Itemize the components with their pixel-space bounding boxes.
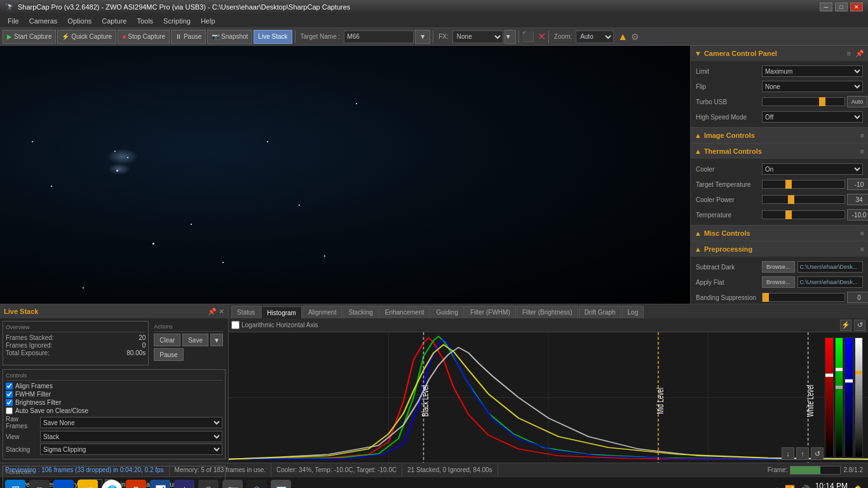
hist-bottom-btn3[interactable]: ↺ — [811, 447, 824, 460]
app7-icon[interactable]: 📧 — [271, 480, 291, 489]
notification-icon[interactable]: 🔔 — [853, 485, 863, 488]
volume-icon[interactable]: 🔊 — [800, 485, 810, 488]
record-icon[interactable]: ⬛ — [522, 30, 534, 43]
hist-bottom-btn1[interactable]: ↓ — [782, 447, 794, 460]
app3-icon[interactable]: ★ — [174, 480, 194, 489]
turbo-usb-slider[interactable] — [762, 97, 845, 106]
start-capture-button[interactable]: ▶ ▶ Start CaptureStart Capture — [3, 30, 56, 44]
close-button[interactable]: ✕ — [850, 3, 863, 11]
stop-record-icon[interactable]: ✕ — [538, 30, 546, 43]
tab-stacking[interactable]: Stacking — [342, 306, 378, 318]
live-stack-button[interactable]: Live Stack — [254, 30, 292, 44]
clock[interactable]: 10:14 PM 5/7/2021 — [815, 482, 848, 488]
temperature-slider[interactable] — [762, 210, 845, 219]
target-dropdown[interactable]: ▼ — [415, 30, 430, 44]
frame-value: 2.8/1.2 — [843, 466, 863, 473]
tab-filter-brightness[interactable]: Filter (Brightness) — [517, 306, 578, 318]
hist-lightning-btn[interactable]: ⚡ — [840, 320, 851, 331]
blue-bar-handle[interactable] — [845, 379, 853, 383]
chrome-icon[interactable]: 🌐 — [102, 480, 122, 489]
image-controls-header[interactable]: ▲ Image Controls ≡ — [691, 128, 868, 143]
maximize-button[interactable]: □ — [835, 3, 848, 11]
app1-icon[interactable]: S — [126, 480, 146, 489]
tab-filter-fwhm[interactable]: Filter (FWHM) — [465, 306, 516, 318]
fwhm-filter-checkbox[interactable] — [6, 391, 13, 398]
clear-button[interactable]: Clear — [154, 334, 180, 346]
preprocessing-menu[interactable]: ≡ — [860, 245, 864, 253]
camera-pin-icon[interactable]: 📌 — [855, 50, 864, 58]
pause-button[interactable]: ⏸ Pause — [171, 30, 206, 44]
auto-save-checkbox[interactable] — [6, 407, 13, 414]
green-bar-handle[interactable] — [836, 368, 843, 371]
fx-options[interactable]: ▼ — [505, 30, 516, 44]
menu-cameras[interactable]: Cameras — [24, 16, 63, 26]
green-bar-handle-2[interactable] — [836, 386, 843, 389]
hist-reset-btn[interactable]: ↺ — [854, 320, 865, 331]
settings-icon[interactable]: ⚙ — [631, 32, 639, 42]
target-name-input[interactable] — [344, 30, 414, 43]
start-menu-icon[interactable]: ⊞ — [5, 480, 25, 489]
menu-options[interactable]: Options — [62, 16, 97, 26]
misc-menu[interactable]: ≡ — [860, 229, 864, 237]
red-bar-handle[interactable] — [825, 374, 833, 377]
image-controls-menu[interactable]: ≡ — [860, 132, 864, 139]
app5-icon[interactable]: 📷 — [222, 480, 243, 489]
stop-capture-button[interactable]: ■ Stop Capture — [118, 30, 170, 44]
titlebar-controls[interactable]: ─ □ ✕ — [820, 3, 863, 11]
app6-icon[interactable]: ⬡ — [247, 480, 267, 489]
snapshot-button[interactable]: 📷 📷 SnapshotSnapshot — [207, 30, 252, 44]
subtract-dark-browse[interactable]: Browse... — [762, 261, 795, 273]
white-bar-handle[interactable] — [855, 371, 863, 374]
menu-help[interactable]: Help — [196, 16, 220, 26]
stacking-select[interactable]: Sigma Clipping — [40, 444, 222, 455]
tab-drift-graph[interactable]: Drift Graph — [579, 306, 621, 318]
limit-select[interactable]: Maximum — [762, 65, 863, 77]
app4-icon[interactable]: S — [198, 480, 219, 489]
tab-guiding[interactable]: Guiding — [430, 306, 463, 318]
zoom-select[interactable]: Auto — [576, 30, 614, 43]
white-bar-handle-2[interactable] — [855, 391, 863, 395]
tab-status[interactable]: Status — [231, 306, 261, 318]
log-axis-checkbox[interactable] — [231, 321, 240, 329]
task-view-icon[interactable]: ⊟ — [29, 480, 50, 489]
cooler-power-slider[interactable] — [762, 195, 845, 204]
apply-flat-browse[interactable]: Browse... — [762, 276, 795, 288]
misc-controls-header[interactable]: ▲ Misc Controls ≡ — [691, 226, 868, 241]
save-dropdown[interactable]: ▼ — [210, 334, 223, 346]
brightness-filter-checkbox[interactable] — [6, 399, 13, 406]
camera-menu-icon[interactable]: ≡ — [847, 50, 851, 57]
target-temp-slider[interactable] — [762, 180, 845, 189]
raw-frames-select[interactable]: Save None — [40, 417, 222, 428]
edge-icon[interactable]: e — [53, 480, 74, 489]
flip-select[interactable]: None — [762, 81, 863, 92]
menu-tools[interactable]: Tools — [132, 16, 158, 26]
view-select[interactable]: Stack — [40, 431, 222, 442]
quick-capture-button[interactable]: ⚡ Quick Capture — [57, 30, 116, 44]
minimize-button[interactable]: ─ — [820, 3, 832, 11]
tab-histogram[interactable]: Histogram — [261, 306, 302, 319]
menu-capture[interactable]: Capture — [97, 16, 132, 26]
save-button[interactable]: Save — [182, 334, 208, 346]
align-frames-checkbox[interactable] — [6, 383, 13, 390]
app2-icon[interactable]: 📊 — [150, 480, 170, 489]
menu-file[interactable]: File — [3, 16, 24, 26]
tab-alignment[interactable]: Alignment — [302, 306, 342, 318]
live-stack-pin[interactable]: 📌 — [208, 308, 217, 316]
fx-select[interactable]: None — [452, 30, 503, 43]
tab-enhancement[interactable]: Enhancement — [379, 306, 430, 318]
banding-suppression-slider[interactable] — [762, 293, 845, 302]
hist-bottom-btn2[interactable]: ↑ — [796, 447, 809, 460]
high-speed-select[interactable]: Off — [762, 111, 863, 123]
network-icon[interactable]: 📶 — [785, 485, 795, 488]
live-stack-close[interactable]: ✕ — [219, 308, 224, 316]
menu-scripting[interactable]: Scripting — [158, 16, 196, 26]
thermal-menu[interactable]: ≡ — [860, 147, 864, 155]
taskbar-chevron[interactable]: ∧ — [775, 485, 780, 488]
file-explorer-icon[interactable]: 📁 — [78, 480, 98, 489]
pause-stack-button[interactable]: Pause — [154, 348, 183, 361]
thermal-controls-header[interactable]: ▲ Thermal Controls ≡ — [691, 144, 868, 159]
tab-log[interactable]: Log — [622, 306, 644, 318]
preprocessing-header[interactable]: ▲ Preprocessing ≡ — [691, 241, 868, 257]
cooler-select[interactable]: On — [762, 163, 863, 175]
camera-control-header[interactable]: ▼ Camera Control Panel ≡ 📌 — [691, 46, 868, 61]
